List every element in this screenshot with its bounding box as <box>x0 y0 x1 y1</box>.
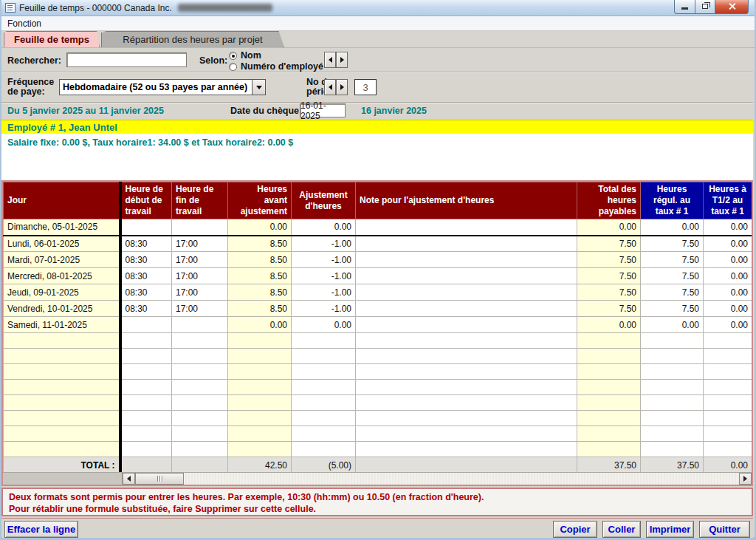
radio-numero-employe[interactable]: Numéro d'employé <box>229 61 323 72</box>
start-cell[interactable]: 08:30 <box>120 252 172 268</box>
note-cell[interactable] <box>356 268 577 284</box>
print-button[interactable]: Imprimer <box>646 521 694 538</box>
note-cell[interactable] <box>356 236 577 252</box>
adjust-cell[interactable]: -1.00 <box>292 236 356 252</box>
end-cell[interactable]: 17:00 <box>172 268 228 284</box>
minimize-button[interactable] <box>674 0 695 14</box>
start-cell[interactable]: 08:30 <box>120 236 172 252</box>
start-cell[interactable]: 08:30 <box>120 301 172 317</box>
day-cell[interactable]: Dimanche, 05-01-2025 <box>4 219 120 236</box>
hours-before-cell[interactable]: 0.00 <box>228 219 292 236</box>
table-row-samedi[interactable]: Samedi, 11-01-2025 0.00 0.00 0.00 0.00 0… <box>4 317 752 333</box>
empty-row[interactable] <box>4 411 752 426</box>
regular-cell[interactable]: 7.50 <box>641 252 704 268</box>
hours-before-cell[interactable]: 8.50 <box>228 268 292 284</box>
horizontal-scrollbar[interactable] <box>3 472 752 485</box>
regular-cell[interactable]: 7.50 <box>641 284 704 301</box>
adjust-cell[interactable]: -1.00 <box>292 284 356 301</box>
t12-cell[interactable]: 0.00 <box>704 236 752 252</box>
empty-row[interactable] <box>4 333 752 349</box>
adjust-cell[interactable]: -1.00 <box>292 301 356 317</box>
quit-button[interactable]: Quitter <box>699 521 750 538</box>
menu-fonction[interactable]: Fonction <box>1 18 47 29</box>
end-cell[interactable] <box>172 317 228 333</box>
total-cell[interactable]: 7.50 <box>577 301 641 317</box>
period-number-field[interactable]: 3 <box>354 79 377 95</box>
hours-before-cell[interactable]: 8.50 <box>228 301 292 317</box>
tab-feuille-de-temps[interactable]: Feuille de temps <box>4 31 100 47</box>
table-row-mardi[interactable]: Mardi, 07-01-2025 08:30 17:00 8.50 -1.00… <box>4 252 752 268</box>
paste-button[interactable]: Coller <box>602 521 641 538</box>
hours-before-cell[interactable]: 0.00 <box>228 317 292 333</box>
end-cell[interactable]: 17:00 <box>172 284 228 301</box>
adjust-cell[interactable]: 0.00 <box>292 317 356 333</box>
table-row-jeudi[interactable]: Jeudi, 09-01-2025 08:30 17:00 8.50 -1.00… <box>4 284 752 301</box>
start-cell[interactable] <box>120 219 172 236</box>
empty-row[interactable] <box>4 380 752 395</box>
total-cell[interactable]: 7.50 <box>577 268 641 284</box>
note-cell[interactable] <box>356 219 577 236</box>
cheque-date-field[interactable]: 16-01-2025 <box>300 103 346 117</box>
day-cell[interactable]: Lundi, 06-01-2025 <box>4 236 120 252</box>
start-cell[interactable]: 08:30 <box>120 268 172 284</box>
hours-before-cell[interactable]: 8.50 <box>228 252 292 268</box>
start-cell[interactable] <box>120 317 172 333</box>
regular-cell[interactable]: 7.50 <box>641 236 704 252</box>
note-cell[interactable] <box>356 317 577 333</box>
dropdown-button[interactable] <box>252 80 265 95</box>
t12-cell[interactable]: 0.00 <box>704 301 752 317</box>
day-cell[interactable]: Vendredi, 10-01-2025 <box>4 301 120 317</box>
table-row-vendredi[interactable]: Vendredi, 10-01-2025 08:30 17:00 8.50 -1… <box>4 301 752 317</box>
regular-cell[interactable]: 7.50 <box>641 301 704 317</box>
day-cell[interactable]: Mercredi, 08-01-2025 <box>4 268 120 284</box>
adjust-cell[interactable]: -1.00 <box>292 268 356 284</box>
day-cell[interactable]: Jeudi, 09-01-2025 <box>4 284 120 301</box>
total-cell[interactable]: 7.50 <box>577 236 641 252</box>
scroll-left-button[interactable] <box>123 473 135 485</box>
table-row-dimanche[interactable]: Dimanche, 05-01-2025 0.00 0.00 0.00 0.00… <box>4 219 752 236</box>
t12-cell[interactable]: 0.00 <box>704 219 752 236</box>
start-cell[interactable]: 08:30 <box>120 284 172 301</box>
search-input[interactable] <box>66 52 187 67</box>
period-next-button[interactable] <box>336 79 348 95</box>
adjust-cell[interactable]: 0.00 <box>292 219 356 236</box>
restore-button[interactable] <box>695 0 715 14</box>
day-cell[interactable]: Samedi, 11-01-2025 <box>4 317 120 333</box>
note-cell[interactable] <box>356 284 577 301</box>
end-cell[interactable] <box>172 219 228 236</box>
hours-before-cell[interactable]: 8.50 <box>228 284 292 301</box>
total-cell[interactable]: 7.50 <box>577 284 641 301</box>
period-prev-button[interactable] <box>324 79 336 95</box>
scrollbar-track[interactable] <box>184 473 739 485</box>
regular-cell[interactable]: 0.00 <box>641 219 704 236</box>
employee-next-button[interactable] <box>336 52 348 68</box>
tab-repartition-heures[interactable]: Répartition des heures par projet <box>101 31 284 47</box>
note-cell[interactable] <box>356 301 577 317</box>
table-row-mercredi[interactable]: Mercredi, 08-01-2025 08:30 17:00 8.50 -1… <box>4 268 752 284</box>
day-cell[interactable]: Mardi, 07-01-2025 <box>4 252 120 268</box>
clear-line-button[interactable]: Effacer la ligne <box>4 521 78 538</box>
scroll-right-button[interactable] <box>739 473 752 485</box>
empty-row[interactable] <box>4 395 752 411</box>
total-cell[interactable]: 0.00 <box>577 317 641 333</box>
end-cell[interactable]: 17:00 <box>172 301 228 317</box>
regular-cell[interactable]: 0.00 <box>641 317 704 333</box>
t12-cell[interactable]: 0.00 <box>704 284 752 301</box>
empty-row[interactable] <box>4 364 752 380</box>
empty-row[interactable] <box>4 426 752 442</box>
regular-cell[interactable]: 7.50 <box>641 268 704 284</box>
total-cell[interactable]: 0.00 <box>577 219 641 236</box>
employee-prev-button[interactable] <box>324 52 336 68</box>
table-row-lundi[interactable]: Lundi, 06-01-2025 08:30 17:00 8.50 -1.00… <box>4 236 752 252</box>
note-cell[interactable] <box>356 252 577 268</box>
pay-frequency-select[interactable]: Hebdomadaire (52 ou 53 payes par année) <box>59 79 266 95</box>
empty-row[interactable] <box>4 442 752 457</box>
end-cell[interactable]: 17:00 <box>172 252 228 268</box>
t12-cell[interactable]: 0.00 <box>704 268 752 284</box>
scrollbar-thumb[interactable] <box>135 473 184 485</box>
t12-cell[interactable]: 0.00 <box>704 252 752 268</box>
hours-before-cell[interactable]: 8.50 <box>228 236 292 252</box>
adjust-cell[interactable]: -1.00 <box>292 252 356 268</box>
end-cell[interactable]: 17:00 <box>172 236 228 252</box>
total-cell[interactable]: 7.50 <box>577 252 641 268</box>
